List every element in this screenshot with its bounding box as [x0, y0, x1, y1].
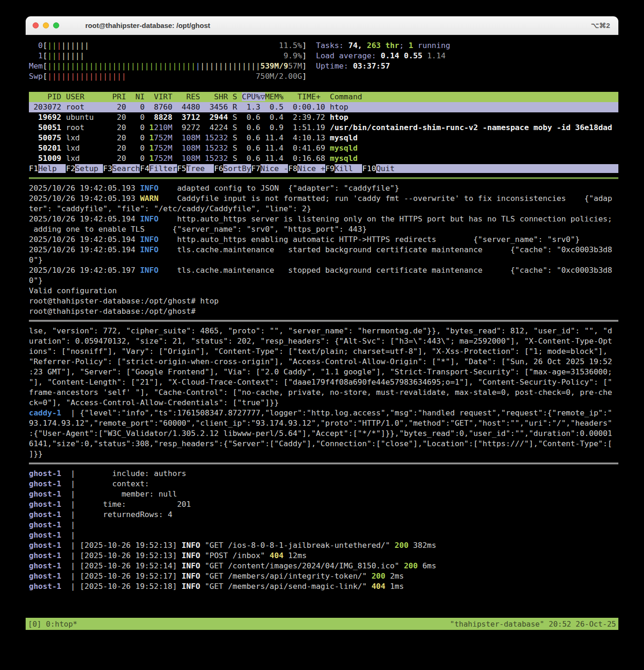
terminal-line: 2025/10/26 19:42:05.197 INFO tls.cache.m…: [29, 265, 618, 276]
minimize-button[interactable]: [43, 22, 49, 28]
terminal-line: ghost-1 | [2025-10-26 19:52:18] INFO "GE…: [29, 581, 618, 592]
terminal-line: ghost-1 | [2025-10-26 19:52:13] INFO "PO…: [29, 551, 618, 561]
terminal-line: 50051 root 20 0 1210M 9272 4224 S 0.6 0.…: [29, 123, 618, 133]
terminal-line: 50075 lxd 20 0 1752M 108M 15232 S 0.6 11…: [29, 133, 618, 143]
terminal-line: F1Help F2Setup F3SearchF4FilterF5Tree F6…: [29, 164, 618, 174]
pane-separator: [29, 320, 618, 322]
terminal-line: 2025/10/26 19:42:05.193 INFO adapted con…: [29, 183, 618, 193]
close-button[interactable]: [33, 22, 39, 28]
terminal-line: ghost-1 | context:: [29, 479, 618, 489]
htop-pane[interactable]: 0[||||||||| 11.5%] Tasks: 74, 263 thr; 1…: [29, 41, 618, 174]
terminal-line: Valid configuration: [29, 286, 618, 296]
terminal-line: 203072 root 20 0 8760 4480 3456 R 1.3 0.…: [29, 102, 618, 112]
terminal-line: 50201 lxd 20 0 1752M 108M 15232 S 0.6 11…: [29, 143, 618, 153]
terminal-line: ghost-1 | [2025-10-26 19:52:14] INFO "GE…: [29, 561, 618, 571]
terminal-line: "Referrer-Policy": ["strict-origin-when-…: [29, 357, 618, 367]
terminal-line: lse, "version": 772, "cipher_suite": 486…: [29, 326, 618, 336]
terminal-line: uration": 0.059470132, "size": 21, "stat…: [29, 336, 618, 346]
terminal-line: :{"User-Agent":["W3C_Validator/1.305.2.1…: [29, 428, 618, 439]
terminal-line: caddy-1 | {"level":"info","ts":176150834…: [29, 408, 618, 418]
terminal-line: ghost-1 | returnedRows: 4: [29, 510, 618, 520]
terminal-line: 1[|||||||| 9.9%] Load average: 0.14 0.55…: [29, 51, 618, 61]
terminal-line: 2025/10/26 19:42:05.193 WARN Caddyfile i…: [29, 193, 618, 204]
terminal-line: ck=0"], "Access-Control-Allow-Credential…: [29, 398, 618, 408]
terminal-line: 6141,"size":0,"status":308,"resp_headers…: [29, 439, 618, 449]
terminal-line: "], "Content-Length": ["21"], "X-Cloud-T…: [29, 377, 618, 387]
tmux-window-tab[interactable]: [0] 0:htop*: [28, 620, 77, 629]
traffic-lights: [33, 22, 59, 28]
terminal-line: root@thahipster-database:/opt/ghost# hto…: [29, 296, 618, 306]
terminal-line: ]}}: [29, 449, 618, 459]
terminal-line: 0"}: [29, 255, 618, 265]
terminal-line: :23 GMT"], "Server": ["Google Frontend"]…: [29, 367, 618, 377]
terminal-line: 0[||||||||| 11.5%] Tasks: 74, 263 thr; 1…: [29, 41, 618, 51]
pane-separator: [29, 463, 618, 464]
terminal-line: ghost-1 | [2025-10-26 19:52:13] INFO "GE…: [29, 540, 618, 551]
terminal-line: ghost-1 | [2025-10-26 19:52:17] INFO "GE…: [29, 571, 618, 581]
terminal-line: frame-ancestors 'self' "], "Cache-Contro…: [29, 387, 618, 398]
terminal-line: 2025/10/26 19:42:05.194 INFO http.auto_h…: [29, 235, 618, 245]
tmux-status-bar: [0] 0:htop* "thahipster-database" 20:52 …: [26, 618, 618, 630]
terminal-line: 2025/10/26 19:42:05.194 INFO tls.cache.m…: [29, 245, 618, 255]
terminal-line: ter": "caddyfile", "file": "/etc/caddy/C…: [29, 204, 618, 214]
pane-separator-active: [29, 177, 618, 179]
title-bar: root@thahipster-database: /opt/ghost ⌥⌘2: [26, 16, 618, 35]
terminal-line: 0"}: [29, 276, 618, 286]
terminal-line: ghost-1 | member: null: [29, 489, 618, 499]
terminal-line: ghost-1 | time: 201: [29, 499, 618, 510]
terminal-line: ghost-1 |: [29, 520, 618, 530]
terminal-line: root@thahipster-database:/opt/ghost#: [29, 306, 618, 317]
caddy-log-pane[interactable]: 2025/10/26 19:42:05.193 INFO adapted con…: [29, 183, 618, 317]
terminal-line: PID USER PRI NI VIRT RES SHR S CPU%▽MEM%…: [29, 92, 618, 102]
terminal-line: Mem[||||||||||||||||||||||||||||||||||||…: [29, 61, 618, 71]
terminal-line: ghost-1 |: [29, 530, 618, 540]
terminal-line: ions": ["nosniff"], "Vary": ["Origin"], …: [29, 346, 618, 357]
window-shortcut: ⌥⌘2: [591, 21, 610, 30]
tmux-host-time: "thahipster-database" 20:52 26-Oct-25: [450, 620, 616, 629]
zoom-button[interactable]: [53, 22, 59, 28]
terminal-line: ghost-1 | include: authors: [29, 469, 618, 479]
terminal-line: 19692 ubuntu 20 0 8828 3712 2944 S 0.6 0…: [29, 112, 618, 123]
terminal-line: 2025/10/26 19:42:05.194 INFO http.auto_h…: [29, 214, 618, 224]
terminal-line: Swp[||||||||||||||||| 750M/2.00G]: [29, 71, 618, 82]
terminal-window: root@thahipster-database: /opt/ghost ⌥⌘2…: [26, 16, 618, 639]
terminal-content[interactable]: 0[||||||||| 11.5%] Tasks: 74, 263 thr; 1…: [26, 35, 618, 639]
terminal-line: adding one to enable TLS {"server_name":…: [29, 224, 618, 235]
access-log-pane[interactable]: lse, "version": 772, "cipher_suite": 486…: [29, 326, 618, 459]
terminal-line: 93.174.93.12","remote_port":"60000","cli…: [29, 418, 618, 428]
window-title: root@thahipster-database: /opt/ghost: [85, 21, 210, 29]
terminal-line: 51009 lxd 20 0 1752M 108M 15232 S 0.6 11…: [29, 153, 618, 164]
terminal-line: [29, 82, 618, 92]
ghost-log-pane[interactable]: ghost-1 | include: authorsghost-1 | cont…: [29, 469, 618, 592]
screen-canvas: { "window": { "title": "root@thahipster-…: [0, 0, 644, 670]
